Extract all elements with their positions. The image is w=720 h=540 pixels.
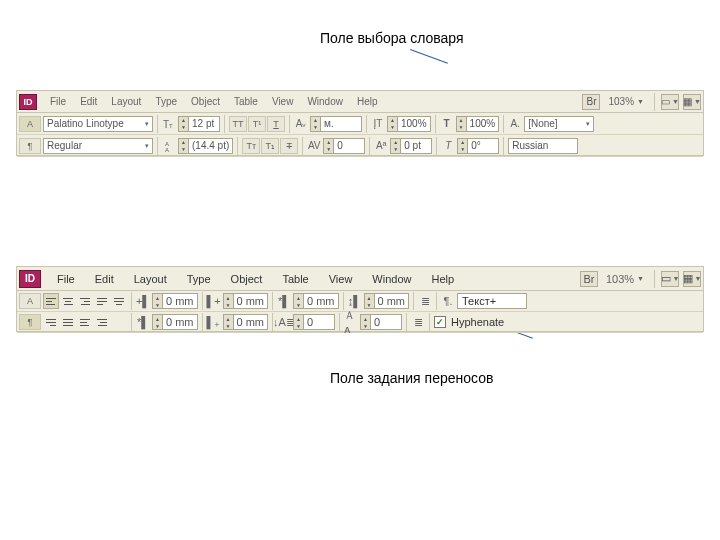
space-after-icon: ↓A≣ <box>277 315 291 329</box>
allcaps-button[interactable]: TT <box>229 116 247 132</box>
char-row-1: A Palatino Linotype▾ TT ▲▼12 pt TT T¹ T … <box>17 113 703 135</box>
menu-type[interactable]: Type <box>148 91 184 113</box>
last-line-indent-stepper[interactable]: ▲▼0 mm <box>223 314 269 330</box>
menu-table[interactable]: Table <box>272 267 318 291</box>
tracking-stepper[interactable]: ▲▼0 <box>323 138 365 154</box>
strikethrough-button[interactable]: T <box>280 138 298 154</box>
menu-help[interactable]: Help <box>421 267 464 291</box>
space-before-value: 0 mm <box>304 295 338 307</box>
menu-view[interactable]: View <box>319 267 363 291</box>
svg-text:T: T <box>169 123 173 129</box>
bridge-button[interactable]: Br <box>580 271 598 287</box>
leading-icon: AA <box>162 139 176 153</box>
underline-button[interactable]: T <box>267 116 285 132</box>
left-indent-stepper[interactable]: ▲▼0 mm <box>152 293 198 309</box>
char-row-2: ¶ Regular▾ AA ▲▼(14.4 pt) Tт T₁ T AV ▲▼0… <box>17 135 703 157</box>
menu-file[interactable]: File <box>47 267 85 291</box>
superscript-button[interactable]: T¹ <box>248 116 266 132</box>
justify-left[interactable] <box>94 293 110 309</box>
caption-dictionary: Поле выбора словаря <box>320 30 464 46</box>
paragraph-panel: ID File Edit Layout Type Object Table Vi… <box>16 266 704 332</box>
first-line-indent-icon: *▌ <box>136 315 150 329</box>
dropcap-lines-value: 0 mm <box>375 295 409 307</box>
bridge-button[interactable]: Br <box>582 94 600 110</box>
hyphenate-label: Hyphenate <box>448 316 504 328</box>
no-baseline-grid-icon[interactable]: ≣ <box>418 294 432 308</box>
character-panel: ID File Edit Layout Type Object Table Vi… <box>16 90 704 156</box>
align-right[interactable] <box>77 293 93 309</box>
screen-mode-button[interactable]: ▭▼ <box>661 94 679 110</box>
para-format-mode[interactable]: ¶ <box>19 138 41 154</box>
parastyle-value: Текст+ <box>462 295 496 307</box>
space-before-icon: *▌ <box>277 294 291 308</box>
baseline-icon: Aª <box>374 139 388 153</box>
hscale-stepper[interactable]: ▲▼100% <box>456 116 500 132</box>
align-away-spine[interactable] <box>94 314 110 330</box>
menu-view[interactable]: View <box>265 91 301 113</box>
menu-object[interactable]: Object <box>221 267 273 291</box>
char-format-mode[interactable]: A <box>19 116 41 132</box>
type-style-group-2: Tт T₁ T <box>242 138 298 154</box>
vscale-stepper[interactable]: ▲▼100% <box>387 116 431 132</box>
smallcaps-button[interactable]: Tт <box>242 138 260 154</box>
arrange-button[interactable]: ▦▼ <box>683 94 701 110</box>
dropcap-chars-stepper[interactable]: ▲▼0 <box>360 314 402 330</box>
menu-window[interactable]: Window <box>362 267 421 291</box>
parastyle-field[interactable]: Текст+ <box>457 293 527 309</box>
zoom-level[interactable]: 103%▼ <box>604 96 648 107</box>
menu-help[interactable]: Help <box>350 91 385 113</box>
menu-layout[interactable]: Layout <box>104 91 148 113</box>
font-style-value: Regular <box>47 140 82 151</box>
menu-file[interactable]: File <box>43 91 73 113</box>
dropcap-lines-stepper[interactable]: ▲▼0 mm <box>364 293 410 309</box>
menu-object[interactable]: Object <box>184 91 227 113</box>
align-toward-spine[interactable] <box>77 314 93 330</box>
right-indent-icon: ▌+ <box>207 294 221 308</box>
hyphenate-checkbox[interactable]: ✓ <box>434 316 446 328</box>
space-before-stepper[interactable]: ▲▼0 mm <box>293 293 339 309</box>
justify-center[interactable] <box>111 293 127 309</box>
para-format-mode[interactable]: ¶ <box>19 314 41 330</box>
left-indent-value: 0 mm <box>163 295 197 307</box>
language-combo[interactable]: Russian <box>508 138 578 154</box>
menu-table[interactable]: Table <box>227 91 265 113</box>
arrange-button[interactable]: ▦▼ <box>683 271 701 287</box>
justify-right[interactable] <box>43 314 59 330</box>
divider <box>654 93 655 111</box>
skew-stepper[interactable]: ▲▼0° <box>457 138 499 154</box>
font-style-combo[interactable]: Regular▾ <box>43 138 153 154</box>
zoom-level[interactable]: 103%▼ <box>602 273 648 285</box>
subscript-button[interactable]: T₁ <box>261 138 279 154</box>
menu-type[interactable]: Type <box>177 267 221 291</box>
menu-window[interactable]: Window <box>300 91 350 113</box>
last-line-indent-value: 0 mm <box>234 316 268 328</box>
left-indent-icon: +▌ <box>136 294 150 308</box>
menu-edit[interactable]: Edit <box>85 267 124 291</box>
last-line-indent-icon: ▌₊ <box>207 315 221 329</box>
menu-layout[interactable]: Layout <box>124 267 177 291</box>
space-after-value: 0 <box>304 316 334 328</box>
baseline-stepper[interactable]: ▲▼0 pt <box>390 138 432 154</box>
font-size-stepper[interactable]: ▲▼12 pt <box>178 116 220 132</box>
kerning-stepper[interactable]: ▲▼м. <box>310 116 362 132</box>
charstyle-icon: A. <box>508 117 522 131</box>
leading-value: (14.4 pt) <box>189 140 232 151</box>
type-style-group: TT T¹ T <box>229 116 285 132</box>
language-value: Russian <box>512 140 548 151</box>
justify-all[interactable] <box>60 314 76 330</box>
leading-stepper[interactable]: ▲▼(14.4 pt) <box>178 138 233 154</box>
font-family-combo[interactable]: Palatino Linotype▾ <box>43 116 153 132</box>
right-indent-stepper[interactable]: ▲▼0 mm <box>223 293 269 309</box>
skew-value: 0° <box>468 140 498 151</box>
menu-edit[interactable]: Edit <box>73 91 104 113</box>
baseline-grid-icon[interactable]: ≣ <box>411 315 425 329</box>
space-after-stepper[interactable]: ▲▼0 <box>293 314 335 330</box>
align-left[interactable] <box>43 293 59 309</box>
align-center[interactable] <box>60 293 76 309</box>
screen-mode-button[interactable]: ▭▼ <box>661 271 679 287</box>
first-line-indent-stepper[interactable]: ▲▼0 mm <box>152 314 198 330</box>
charstyle-combo[interactable]: [None]▾ <box>524 116 594 132</box>
pointer-line-top <box>410 49 448 64</box>
vscale-icon: ĮT <box>371 117 385 131</box>
char-format-mode[interactable]: A <box>19 293 41 309</box>
